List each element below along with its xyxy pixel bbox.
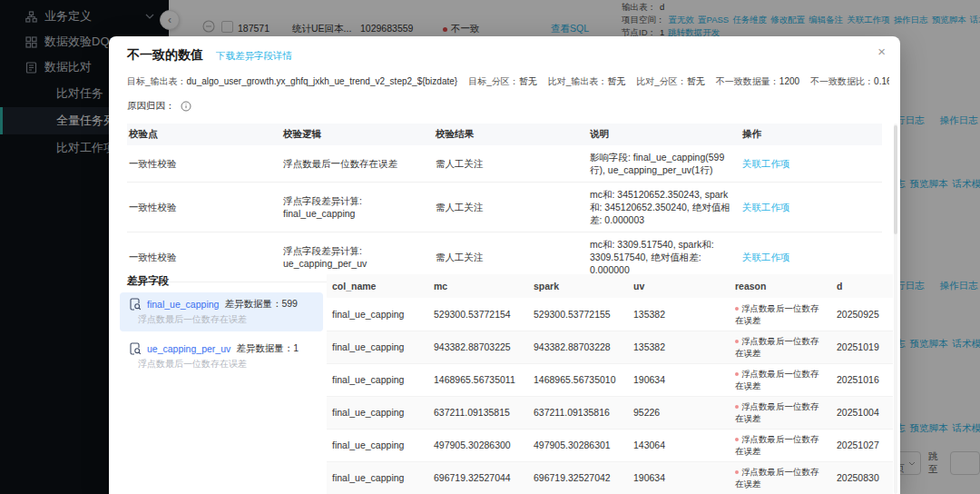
cell-reason: 浮点数最后一位数存在误差	[730, 461, 831, 494]
cell-uv: 190634	[628, 461, 730, 494]
target-partition-label: 目标_分区：	[468, 76, 519, 86]
cell-d: 20250925	[831, 298, 893, 331]
diff-table-header-row: col_name mc spark uv reason d	[327, 274, 893, 298]
table-row: final_ue_capping 637211.09135815 637211.…	[327, 396, 893, 429]
compare-partition-value: 暂无	[687, 76, 705, 86]
file-search-icon	[129, 342, 142, 355]
reason-dot-icon	[735, 307, 739, 311]
reason-dot-icon	[735, 340, 739, 343]
cell-reason: 浮点数最后一位数存在误差	[730, 331, 831, 363]
cell-col-name: final_ue_capping	[327, 331, 428, 363]
col-check-result: 校验结果	[434, 124, 588, 145]
info-icon[interactable]	[181, 101, 191, 112]
cell-mc: 1468965.56735011	[428, 363, 528, 396]
validation-table: 校验点 校验逻辑 校验结果 说明 操作 一致性校验 浮点数最后一位数存在误差 需…	[127, 124, 882, 282]
check-desc: 影响字段: final_ue_capping(599行), ue_capping…	[588, 145, 740, 183]
table-row: final_ue_capping 696719.32527044 696719.…	[327, 461, 893, 494]
cell-uv: 135382	[628, 298, 730, 331]
cell-reason: 浮点数最后一位数存在误差	[730, 429, 831, 461]
link-workitem-link[interactable]: 关联工作项	[742, 202, 790, 212]
cell-mc: 943382.88703225	[428, 331, 528, 363]
target-partition-value: 暂无	[519, 76, 537, 86]
table-row: 一致性校验 浮点字段差异计算: final_ue_capping 需人工关注 m…	[127, 183, 882, 232]
modal-header: 不一致的数值 下载差异字段详情	[127, 47, 292, 64]
inconsistent-values-modal: × 不一致的数值 下载差异字段详情 目标_输出表：du_algo_user_gr…	[109, 36, 900, 494]
cell-reason: 浮点数最后一位数存在误差	[730, 396, 831, 429]
compare-output-table-value: 暂无	[607, 76, 625, 86]
table-row: final_ue_capping 529300.53772154 529300.…	[327, 298, 893, 331]
cell-d: 20251016	[831, 363, 893, 396]
diff-count-label: 差异数据量：	[236, 342, 293, 353]
cell-d: 20251019	[831, 331, 893, 363]
modal-meta: 目标_输出表：du_algo_user_growth.yx_ghfq_jxkh_…	[127, 75, 889, 88]
cell-reason: 浮点数最后一位数存在误差	[730, 298, 831, 331]
cell-spark: 696719.32527042	[528, 461, 628, 494]
diff-field-item-ue-capping-per-uv[interactable]: ue_capping_per_uv 差异数据量：1 浮点数最后一位数存在误差	[120, 337, 323, 376]
cell-spark: 529300.53772155	[528, 298, 628, 331]
reason-attribution-row: 原因归因：	[127, 100, 191, 113]
cell-mc: 529300.53772154	[428, 298, 528, 331]
cell-mc: 497905.30286300	[428, 429, 528, 461]
scrollbar-thumb[interactable]	[894, 125, 897, 234]
table-row: final_ue_capping 1468965.56735011 146896…	[327, 363, 893, 396]
cell-col-name: final_ue_capping	[327, 363, 428, 396]
field-desc: 浮点数最后一位数存在误差	[138, 358, 316, 370]
cell-uv: 190634	[628, 363, 730, 396]
cell-spark: 637211.09135816	[528, 396, 628, 429]
col-check-point: 校验点	[127, 124, 281, 145]
col-description: 说明	[588, 124, 740, 145]
field-name: final_ue_capping	[147, 299, 219, 310]
reason-dot-icon	[735, 438, 739, 441]
cell-mc: 696719.32527044	[428, 461, 528, 494]
col-action: 操作	[740, 124, 882, 145]
table-row: final_ue_capping 497905.30286300 497905.…	[327, 429, 893, 461]
col-spark: spark	[528, 274, 628, 298]
cell-mc: 637211.09135815	[428, 396, 528, 429]
col-reason: reason	[730, 274, 831, 298]
col-d: d	[831, 274, 893, 298]
inconsistent-count-value: 1200	[779, 76, 799, 86]
cell-spark: 1468965.56735010	[528, 363, 628, 396]
table-row: final_ue_capping 943382.88703225 943382.…	[327, 331, 893, 363]
check-logic: 浮点数最后一位数存在误差	[281, 145, 434, 183]
reason-dot-icon	[735, 470, 739, 474]
reason-attribution-label: 原因归因：	[127, 100, 175, 113]
diff-data-table: col_name mc spark uv reason d final_ue_c…	[327, 274, 893, 494]
cell-reason: 浮点数最后一位数存在误差	[730, 363, 831, 396]
link-workitem-link[interactable]: 关联工作项	[742, 158, 790, 169]
col-uv: uv	[628, 274, 730, 298]
check-logic: 浮点字段差异计算: final_ue_capping	[281, 183, 434, 232]
cell-spark: 497905.30286301	[528, 429, 628, 461]
diff-count-value: 599	[281, 298, 298, 309]
cell-spark: 943382.88703228	[528, 331, 628, 363]
reason-dot-icon	[735, 372, 739, 376]
table-row: 一致性校验 浮点数最后一位数存在误差 需人工关注 影响字段: final_ue_…	[127, 145, 882, 183]
download-diff-link[interactable]: 下载差异字段详情	[216, 50, 292, 63]
app-root: 业务定义 数据效验DQC 数据比对 比对任务	[0, 0, 980, 494]
col-mc: mc	[428, 274, 528, 298]
diff-field-item-final-ue-capping[interactable]: final_ue_capping 差异数据量：599 浮点数最后一位数存在误差	[120, 292, 323, 331]
cell-uv: 143064	[628, 429, 730, 461]
close-icon[interactable]: ×	[877, 44, 886, 59]
diff-fields-title: 差异字段	[127, 274, 169, 288]
check-point: 一致性校验	[127, 145, 281, 183]
file-search-icon	[129, 298, 142, 311]
inconsistent-ratio-value: 0.16	[874, 76, 889, 86]
validation-header-row: 校验点 校验逻辑 校验结果 说明 操作	[127, 124, 882, 145]
target-output-table-label: 目标_输出表：	[127, 76, 187, 86]
compare-partition-label: 比对_分区：	[636, 76, 687, 86]
link-workitem-link[interactable]: 关联工作项	[742, 252, 790, 262]
check-result: 需人工关注	[434, 183, 588, 232]
cell-col-name: final_ue_capping	[327, 429, 428, 461]
modal-title: 不一致的数值	[127, 47, 203, 64]
cell-uv: 135382	[628, 331, 730, 363]
modal-scrollbar[interactable]	[894, 124, 897, 494]
field-name: ue_capping_per_uv	[147, 343, 230, 354]
cell-d: 20251027	[831, 429, 893, 461]
cell-col-name: final_ue_capping	[327, 298, 428, 331]
field-desc: 浮点数最后一位数存在误差	[138, 313, 316, 326]
reason-dot-icon	[735, 405, 739, 409]
diff-count-label: 差异数据量：	[224, 298, 281, 309]
check-desc: mc和: 345120652.350243, spark和: 345120652…	[588, 183, 740, 232]
inconsistent-ratio-label: 不一致数据比：	[810, 76, 874, 86]
